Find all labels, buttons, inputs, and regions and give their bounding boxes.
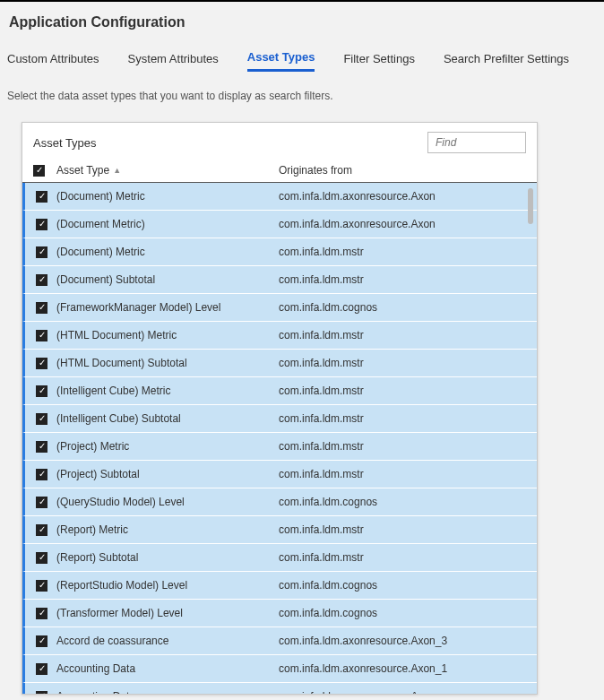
cell-originates-from: com.infa.ldm.cognos: [279, 301, 526, 314]
table-row[interactable]: ✓(Project) Metriccom.infa.ldm.mstr: [22, 433, 537, 461]
row-checkbox[interactable]: ✓: [36, 552, 47, 564]
table-row[interactable]: ✓Accounting Datacom.infa.ldm.axonresourc…: [22, 655, 537, 683]
tabs-bar: Custom Attributes System Attributes Asse…: [0, 39, 604, 75]
table-row[interactable]: ✓(Document) Metriccom.infa.ldm.axonresou…: [22, 183, 537, 211]
column-header-originates-from[interactable]: Originates from: [279, 164, 526, 177]
table-row[interactable]: ✓(FrameworkManager Model) Levelcom.infa.…: [22, 294, 537, 322]
table-row[interactable]: ✓Accounting Datacom.infa.ldm.axonresourc…: [22, 683, 537, 694]
cell-asset-type: (Document) Metric: [56, 246, 279, 258]
cell-originates-from: com.infa.ldm.mstr: [279, 551, 526, 564]
cell-originates-from: com.infa.ldm.mstr: [279, 468, 526, 480]
select-all-checkbox[interactable]: ✓: [33, 165, 45, 177]
cell-asset-type: (FrameworkManager Model) Level: [56, 301, 279, 314]
table-row[interactable]: ✓(ReportStudio Model) Levelcom.infa.ldm.…: [22, 572, 537, 600]
column-header-asset-type[interactable]: Asset Type ▲: [56, 164, 279, 177]
cell-originates-from: com.infa.ldm.axonresource.Axon: [279, 690, 526, 694]
table-row[interactable]: ✓(Document Metric)com.infa.ldm.axonresou…: [22, 211, 537, 238]
cell-originates-from: com.infa.ldm.mstr: [279, 273, 526, 286]
cell-asset-type: (Intelligent Cube) Metric: [56, 385, 279, 397]
tab-system-attributes[interactable]: System Attributes: [128, 47, 219, 71]
cell-asset-type: (Project) Subtotal: [56, 468, 279, 480]
cell-asset-type: (Document) Metric: [56, 190, 279, 203]
cell-asset-type: Accounting Data: [56, 690, 279, 694]
scrollbar-thumb[interactable]: [528, 188, 533, 224]
cell-asset-type: Accord de coassurance: [56, 635, 279, 647]
row-checkbox[interactable]: ✓: [36, 358, 47, 369]
row-checkbox[interactable]: ✓: [36, 246, 47, 258]
row-checkbox[interactable]: ✓: [36, 524, 47, 536]
column-header-asset-type-label: Asset Type: [56, 164, 109, 177]
cell-originates-from: com.infa.ldm.mstr: [279, 329, 526, 341]
table-row[interactable]: ✓(Document) Metriccom.infa.ldm.mstr: [22, 238, 537, 266]
row-checkbox[interactable]: ✓: [36, 580, 47, 592]
row-checkbox[interactable]: ✓: [36, 469, 47, 480]
tab-filter-settings[interactable]: Filter Settings: [343, 47, 414, 71]
asset-types-panel: Asset Types ✓ Asset Type ▲ Originates fr…: [22, 122, 538, 695]
row-checkbox[interactable]: ✓: [36, 497, 47, 508]
cell-originates-from: com.infa.ldm.axonresource.Axon_3: [279, 635, 526, 647]
cell-asset-type: (Intelligent Cube) Subtotal: [56, 412, 279, 425]
table-row[interactable]: ✓(HTML Document) Metriccom.infa.ldm.mstr: [22, 322, 537, 350]
table-row[interactable]: ✓(Report) Subtotalcom.infa.ldm.mstr: [22, 544, 537, 572]
row-checkbox[interactable]: ✓: [36, 608, 47, 619]
panel-title: Asset Types: [33, 136, 97, 150]
tab-description: Select the data asset types that you wan…: [0, 75, 604, 111]
cell-originates-from: com.infa.ldm.axonresource.Axon: [279, 190, 526, 203]
row-checkbox[interactable]: ✓: [36, 302, 47, 314]
cell-asset-type: (HTML Document) Subtotal: [56, 357, 279, 369]
cell-originates-from: com.infa.ldm.axonresource.Axon_1: [279, 662, 526, 675]
row-checkbox[interactable]: ✓: [36, 441, 47, 453]
row-checkbox[interactable]: ✓: [36, 635, 47, 647]
cell-asset-type: (HTML Document) Metric: [56, 329, 279, 341]
tab-search-prefilter-settings[interactable]: Search Prefilter Settings: [444, 47, 569, 71]
table-row[interactable]: ✓(HTML Document) Subtotalcom.infa.ldm.ms…: [22, 350, 537, 377]
cell-originates-from: com.infa.ldm.mstr: [279, 523, 526, 536]
table-row[interactable]: ✓Accord de coassurancecom.infa.ldm.axonr…: [22, 627, 537, 655]
cell-asset-type: (Report) Subtotal: [56, 551, 279, 564]
table-row[interactable]: ✓(Intelligent Cube) Subtotalcom.infa.ldm…: [22, 405, 537, 433]
cell-originates-from: com.infa.ldm.cognos: [279, 607, 526, 619]
row-checkbox[interactable]: ✓: [36, 663, 47, 675]
table-row[interactable]: ✓(QueryStudio Model) Levelcom.infa.ldm.c…: [22, 488, 537, 516]
tab-asset-types[interactable]: Asset Types: [247, 45, 315, 72]
table-row[interactable]: ✓(Project) Subtotalcom.infa.ldm.mstr: [22, 461, 537, 488]
row-checkbox[interactable]: ✓: [36, 413, 47, 425]
cell-originates-from: com.infa.ldm.mstr: [279, 246, 526, 258]
cell-asset-type: (Document) Subtotal: [56, 273, 279, 286]
row-checkbox[interactable]: ✓: [36, 191, 47, 203]
cell-asset-type: (Project) Metric: [56, 440, 279, 453]
cell-asset-type: (Report) Metric: [56, 523, 279, 536]
sort-asc-icon: ▲: [113, 166, 121, 175]
cell-asset-type: (ReportStudio Model) Level: [56, 579, 279, 592]
table-row[interactable]: ✓(Transformer Model) Levelcom.infa.ldm.c…: [22, 600, 537, 627]
grid-header: ✓ Asset Type ▲ Originates from: [22, 160, 537, 183]
cell-originates-from: com.infa.ldm.cognos: [279, 496, 526, 508]
row-checkbox[interactable]: ✓: [36, 385, 47, 397]
cell-originates-from: com.infa.ldm.mstr: [279, 357, 526, 369]
cell-asset-type: (Transformer Model) Level: [56, 607, 279, 619]
table-row[interactable]: ✓(Document) Subtotalcom.infa.ldm.mstr: [22, 266, 537, 294]
table-row[interactable]: ✓(Intelligent Cube) Metriccom.infa.ldm.m…: [22, 377, 537, 405]
rows-container[interactable]: ✓(Document) Metriccom.infa.ldm.axonresou…: [22, 183, 537, 694]
cell-originates-from: com.infa.ldm.axonresource.Axon: [279, 218, 526, 230]
table-row[interactable]: ✓(Report) Metriccom.infa.ldm.mstr: [22, 516, 537, 544]
cell-asset-type: (QueryStudio Model) Level: [56, 496, 279, 508]
row-checkbox[interactable]: ✓: [36, 330, 47, 341]
cell-originates-from: com.infa.ldm.mstr: [279, 440, 526, 453]
cell-originates-from: com.infa.ldm.cognos: [279, 579, 526, 592]
page-title: Application Configuration: [0, 2, 604, 39]
tab-custom-attributes[interactable]: Custom Attributes: [7, 47, 99, 71]
cell-originates-from: com.infa.ldm.mstr: [279, 385, 526, 397]
row-checkbox[interactable]: ✓: [36, 219, 47, 230]
row-checkbox[interactable]: ✓: [36, 691, 47, 695]
row-checkbox[interactable]: ✓: [36, 274, 47, 286]
cell-originates-from: com.infa.ldm.mstr: [279, 412, 526, 425]
cell-asset-type: Accounting Data: [56, 662, 279, 675]
find-input[interactable]: [427, 132, 526, 153]
cell-asset-type: (Document Metric): [56, 218, 279, 230]
